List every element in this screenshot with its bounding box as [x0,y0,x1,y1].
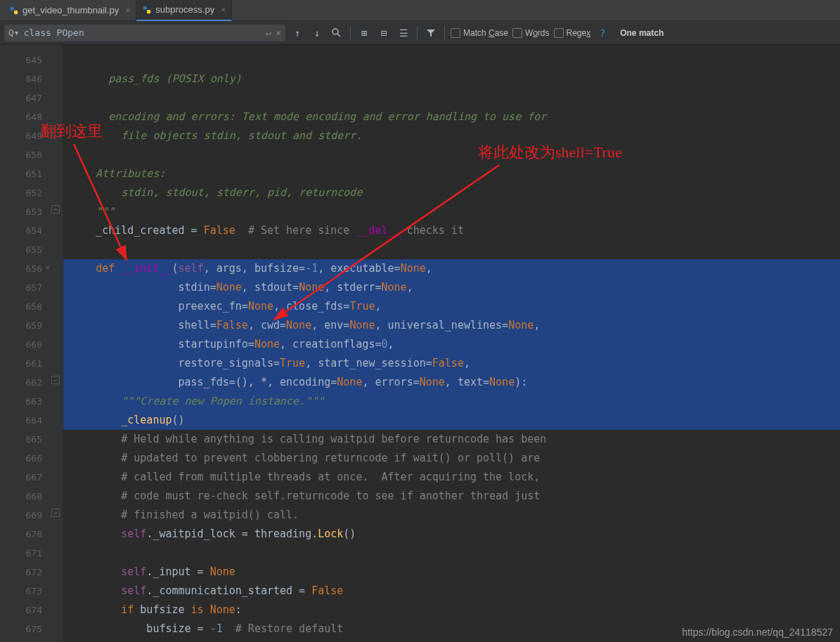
search-query: class POpen [24,27,266,38]
code-line[interactable] [63,51,840,70]
line-number: 666 [0,449,42,468]
python-icon [9,6,19,15]
prev-match-button[interactable]: ↑ [290,25,305,41]
svg-point-4 [332,29,338,34]
line-number: 661 [0,354,42,373]
tab-label: subprocess.py [155,4,214,15]
code-line[interactable]: _child_created = False # Set here since … [63,221,840,240]
select-all-button[interactable] [329,25,344,41]
line-gutter: 6456466476486496506516526536546556566576… [0,45,49,642]
line-number: 673 [0,582,42,601]
code-line[interactable] [63,240,840,259]
code-line[interactable]: startupinfo=None, creationflags=0, [63,335,840,354]
code-line[interactable]: # code must re-check self.returncode to … [63,487,840,506]
add-selection-button[interactable]: ⊞ [356,25,372,41]
line-number: 668 [0,487,42,506]
svg-rect-1 [14,11,18,14]
line-number: 664 [0,411,42,430]
match-case-checkbox[interactable]: Match Case [451,28,508,38]
code-line[interactable]: preexec_fn=None, close_fds=True, [63,297,840,316]
line-number: 665 [0,430,42,449]
code-line[interactable]: pass_fds (POSIX only) [63,70,840,89]
line-number: 662 [0,373,42,392]
tab-get-video-thumbnail[interactable]: get_video_thumbnail.py × [4,0,136,21]
line-number: 671 [0,544,42,563]
help-icon[interactable]: ? [595,25,610,41]
line-number: 663 [0,392,42,411]
editor-tabs: get_video_thumbnail.py × subprocess.py × [0,0,840,21]
code-line[interactable]: pass_fds=(), *, encoding=None, errors=No… [63,373,840,392]
svg-rect-3 [147,10,150,13]
line-number: 654 [0,221,42,240]
fold-mark[interactable]: − [51,205,60,214]
filter-button[interactable] [423,25,439,41]
code-line[interactable]: Attributes: [63,164,840,183]
line-number: 652 [0,183,42,202]
line-number: 658 [0,297,42,316]
code-line[interactable]: _cleanup() [63,411,840,430]
match-count: One match [620,28,664,38]
line-number: 645 [0,51,42,70]
line-number: 651 [0,164,42,183]
words-checkbox[interactable]: Words [512,28,549,38]
line-number: 657 [0,278,42,297]
line-number: 660 [0,335,42,354]
code-line[interactable]: # finished a waitpid() call. [63,506,840,525]
code-line[interactable]: # Held while anything is calling waitpid… [63,430,840,449]
search-icon: Q▾ [8,27,20,38]
code-line[interactable] [63,544,840,563]
code-line[interactable]: self._input = None [63,563,840,582]
line-number: 672 [0,563,42,582]
line-number: 649 [0,126,42,145]
line-number: 646 [0,70,42,89]
code-area[interactable]: pass_fds (POSIX only) encoding and error… [63,45,840,642]
line-number: 667 [0,468,42,487]
enter-icon[interactable]: ↵ [266,27,271,38]
code-line[interactable]: def __init__(self, args, bufsize=-1, exe… [63,259,840,278]
python-icon [142,5,152,15]
line-number: 670 [0,525,42,544]
fold-mark[interactable]: − [51,509,60,517]
watermark: https://blog.csdn.net/qq_24118527 [682,627,833,638]
line-number: 650 [0,145,42,164]
code-line[interactable]: if bufsize is None: [63,601,840,620]
line-number: 647 [0,89,42,107]
code-line[interactable] [63,89,840,107]
svg-rect-0 [11,6,14,10]
code-line[interactable]: self._communication_started = False [63,582,840,601]
code-line[interactable]: # updated to prevent clobbering returnco… [63,449,840,468]
code-line[interactable]: stdin, stdout, stderr, pid, returncode [63,183,840,202]
code-line[interactable]: shell=False, cwd=None, env=None, univers… [63,316,840,335]
code-line[interactable]: stdin=None, stdout=None, stderr=None, [63,278,840,297]
code-line[interactable]: # called from multiple threads at once. … [63,468,840,487]
line-number: 674 [0,601,42,620]
code-line[interactable]: """Create new Popen instance.""" [63,392,840,411]
code-line[interactable]: file objects stdin, stdout and stderr. [63,126,840,145]
code-line[interactable]: self._waitpid_lock = threading.Lock() [63,525,840,544]
line-number: 675 [0,620,42,638]
tab-label: get_video_thumbnail.py [22,5,119,15]
code-line[interactable]: restore_signals=True, start_new_session=… [63,354,840,373]
find-toolbar: Q▾ class POpen ↵ × ↑ ↓ ⊞ ⊟ ☰ Match Case … [0,21,840,45]
fold-gutter: − − − [49,45,63,642]
fold-mark[interactable]: − [51,376,60,384]
select-all-occurrences-button[interactable]: ☰ [396,25,411,41]
clear-icon[interactable]: × [276,27,281,38]
next-match-button[interactable]: ↓ [309,25,325,41]
code-line[interactable]: encoding and errors: Text mode encoding … [63,107,840,126]
code-line[interactable]: """ [63,202,840,221]
remove-selection-button[interactable]: ⊟ [376,25,392,41]
tab-subprocess[interactable]: subprocess.py × [136,0,232,21]
code-line[interactable] [63,145,840,164]
regex-checkbox[interactable]: Regex [554,28,591,38]
close-icon[interactable]: × [125,6,130,15]
editor: 6456466476486496506516526536546556566576… [0,45,840,642]
svg-rect-2 [143,6,147,9]
svg-line-5 [337,34,340,37]
search-input[interactable]: Q▾ class POpen ↵ × [4,25,285,41]
line-number: 659 [0,316,42,335]
line-number: 669 [0,506,42,525]
line-number: 648 [0,107,42,126]
line-number: 656 [0,259,42,278]
close-icon[interactable]: × [221,5,226,15]
